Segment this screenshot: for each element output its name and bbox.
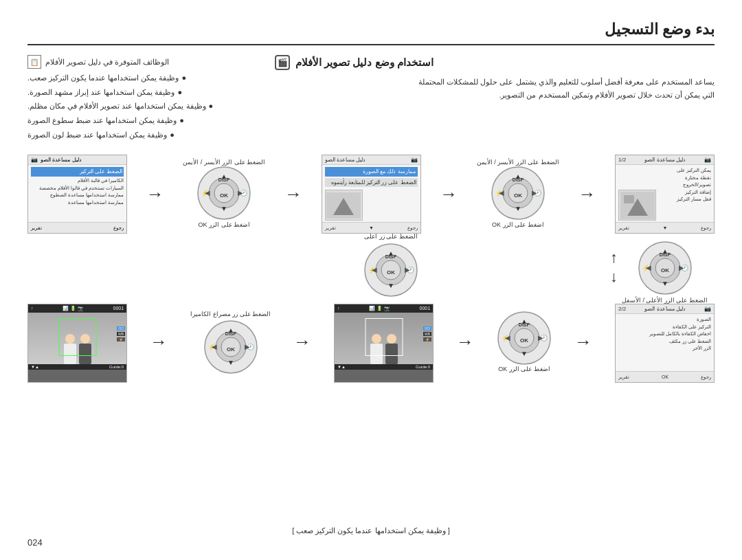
svg-text:▲: ▲ [515,172,521,180]
highlight-row-3: الضغط على التركيز [31,167,124,177]
middle-row: DISP OK ⚡ 🕐 ▼ ▲ ◀ ▶ الضغط على الزر الأعل… [27,240,715,304]
arrow-right-1: → [578,183,596,205]
screen-title-1: دليل مساعدة الصو [644,157,685,163]
svg-text:▲: ▲ [227,326,234,334]
svg-text:◀: ◀ [505,334,510,341]
dial-updown-group: DISP OK ⚡ 🕐 ▼ ▲ ◀ ▶ الضغط على الزر الأعل… [610,240,708,304]
arrow-right-2: → [440,183,458,205]
right-column: استخدام وضع دليل تصوير الأفلام 🎬 يساعد ا… [275,55,715,142]
screen-footer-4: رجوع OK تقرير [616,371,714,382]
arrow-right-3: → [284,183,302,205]
side-indicators-2: ISO WB ⚡ [117,326,125,341]
screen-icon-4: 📷 [704,306,711,312]
svg-rect-2 [624,195,634,203]
dial-group-3: DISP OK ⚡ 🕐 ▼ ▲ ◀ ▶ اضغط على الزر OK [497,311,552,372]
svg-text:▶: ▶ [245,343,250,350]
bullet-5: ● وظيفة يمكن استخدامها عند ضبط لون الصور… [27,128,247,142]
svg-text:▼: ▼ [515,205,521,212]
film-guide-icon: 🎬 [275,55,290,70]
svg-text:OK: OK [227,346,235,352]
desc-line2: التي يمكن أن تحدث خلال تصوير الأفلام وتم… [275,89,715,102]
svg-text:▶: ▶ [679,264,684,271]
camera-screen-4: 📷 دليل مساعدة الصو 2/2 الصورة التركيز عل… [615,304,715,383]
page-num-1: 1/2 [618,157,626,163]
top-section: استخدام وضع دليل تصوير الأفلام 🎬 يساعد ا… [27,55,715,142]
dial-1: DISP OK ⚡ 🕐 ▼ ▲ ◀ ▶ [491,166,546,221]
page-title: بدء وضع التسجيل [27,21,715,45]
press-up-label: الضغط على زر أعلى [364,233,418,240]
dial-up-group: الضغط على زر أعلى DISP OK ⚡ 🕐 ▼ ▲ ◀ ▶ [363,233,418,298]
dial-label-lr-2: الضغط على الزر الأيسر / الأيمن [183,159,265,166]
svg-text:OK: OK [520,337,528,344]
photo-screen-group-1: 0001 📷 🔋 📊 ↑ [334,304,434,383]
dial-label-lr-1: الضغط على الزر الأيسر / الأيمن [477,159,559,166]
info-footer-3: رجوع تقرير [28,222,126,233]
screen-image-1 [618,190,656,221]
screen-footer-1: رجوع ▼ تقرير [616,222,714,233]
dial-up: DISP OK ⚡ 🕐 ▼ ▲ ◀ ▶ [363,243,418,298]
svg-text:▼: ▼ [227,359,234,366]
row-top: 📷 دليل مساعدة الصو 1/2 يمكن التركيز علىن… [27,155,715,234]
focus-box-1 [365,318,403,356]
screen-footer-2: رجوع ▼ تقرير [322,222,420,233]
bullets-header: الوظائف المتوفرة في دليل تصوير الأفلام [45,56,169,69]
screen-header-1: 📷 دليل مساعدة الصو 1/2 [616,155,714,165]
bullet-1: ● وظيفة يمكن استخدامها عندما يكون التركي… [27,71,247,85]
svg-text:OK: OK [514,192,522,199]
screen-header-4: 📷 دليل مساعدة الصو 2/2 [616,304,714,314]
screen-highlight-2: ممارسة ذلك مع الصورة [325,167,418,176]
arrow-right-4: → [146,183,164,205]
bottom-note: [ وظيفة يمكن استخدامها عندما يكون التركي… [292,526,450,535]
heading-text: استخدام وضع دليل تصوير الأفلام [295,56,434,69]
updown-arrows: ↑ ↓ [610,249,618,286]
dial-2: DISP OK ⚡ 🕐 ▼ ▲ ◀ ▶ [196,166,251,221]
screen-icon-2: 📷 [411,157,418,163]
screen-header-2: 📷 دليل مساعدة الصو [322,155,420,165]
left-column: الوظائف المتوفرة في دليل تصوير الأفلام 📋… [27,55,247,142]
info-header-3: دليل مساعدة الصو 📷 [28,155,126,165]
section-heading: استخدام وضع دليل تصوير الأفلام 🎬 [275,55,715,70]
page-number: 024 [27,537,43,548]
svg-text:◀: ◀ [205,189,210,197]
info-body-3: الضغط على التركيز الكاميرا في قالبة الأف… [28,165,126,208]
svg-text:▼: ▼ [662,280,668,287]
svg-text:OK: OK [661,267,669,273]
arrow-right-8: → [150,331,168,352]
svg-text:▶: ▶ [405,266,410,273]
dial-shutter-label: الضغط على زر مصراع الكاميرا [190,311,271,317]
dial-4: DISP OK ⚡ 🕐 ▼ ▲ ◀ ▶ [203,320,258,374]
svg-text:▶: ▶ [238,189,243,197]
svg-text:◀: ◀ [499,189,504,197]
dial-3: DISP OK ⚡ 🕐 ▼ ▲ ◀ ▶ [497,311,552,366]
bullet-4: ● وظيفة يمكن استخدامها عند ضبط سطوع الصو… [27,114,247,127]
arrow-right-5: → [574,331,592,352]
photo-bottom-bar-1: Guide:0 ▲▼ [335,364,433,370]
dial-group-2: الضغط على الزر الأيسر / الأيمن DISP OK ⚡… [183,159,265,230]
svg-text:OK: OK [220,192,228,199]
dial-updown-label: الضغط على الزر الأعلى / الأسفل [622,297,708,304]
photo-content-1: ISO WB ⚡ [335,313,433,364]
dial-group-updown: DISP OK ⚡ 🕐 ▼ ▲ ◀ ▶ الضغط على الزر الأعل… [622,240,708,304]
diagrams-area: 📷 دليل مساعدة الصو 1/2 يمكن التركيز علىن… [27,155,715,383]
screen-group-3: دليل مساعدة الصو 📷 الضغط على التركيز الك… [27,155,127,234]
photo-screen-group-2: 0001 📷 🔋 📊 ↑ [27,304,127,383]
svg-text:▲: ▲ [387,249,394,257]
arrow-right-7: → [293,331,311,352]
svg-text:▶: ▶ [532,189,537,197]
row-bottom: 📷 دليل مساعدة الصو 2/2 الصورة التركيز عل… [27,304,715,383]
dial-group-4: الضغط على زر مصراع الكاميرا DISP OK ⚡ 🕐 … [190,311,271,374]
screen-image-2 [325,190,363,221]
focus-box-2 [58,318,96,356]
arrow-down-sym: ↓ [610,268,618,286]
photo-top-bar-1: 0001 📷 🔋 📊 ↑ [335,304,433,313]
arrow-up: ↑ [610,249,618,267]
screen-group-1: 📷 دليل مساعدة الصو 1/2 يمكن التركيز علىن… [615,155,715,234]
dial-label-ok-2: اضغط على الزر OK [199,221,251,230]
dial-ok-label-3: اضغط على الزر OK [498,366,550,372]
photo-content-2: ISO WB ⚡ [28,313,126,364]
bullet-2: ● وظيفة يمكن استخدامها عند إبراز مشهد ال… [27,86,247,99]
photo-bottom-bar-2: Guide:0 ▲▼ [28,364,126,370]
dial-group-1: الضغط على الزر الأيسر / الأيمن DISP OK ⚡… [477,159,559,230]
svg-text:OK: OK [387,269,395,276]
svg-text:▲: ▲ [221,172,227,180]
